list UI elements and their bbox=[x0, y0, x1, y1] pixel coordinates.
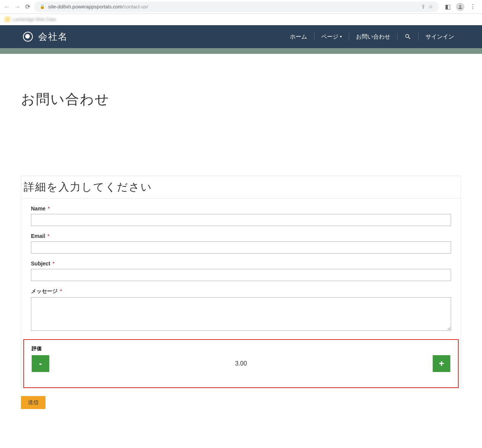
required-marker: * bbox=[52, 260, 54, 267]
bookmark-label: Lambridge Web Data bbox=[13, 17, 56, 22]
banner-band bbox=[0, 48, 482, 54]
page-title: お問い合わせ bbox=[21, 90, 461, 109]
url-path: /contact-us/ bbox=[122, 4, 148, 10]
nav-pages[interactable]: ページ ▾ bbox=[314, 33, 349, 40]
required-marker: * bbox=[60, 288, 62, 294]
submit-button[interactable]: 送信 bbox=[21, 396, 45, 409]
svg-point-0 bbox=[459, 5, 461, 7]
profile-avatar-icon[interactable] bbox=[456, 3, 464, 11]
brand[interactable]: 会社名 bbox=[23, 31, 68, 43]
form-panel-title: 詳細を入力してください bbox=[21, 176, 461, 199]
bookmark-favicon-icon bbox=[5, 16, 10, 22]
back-icon[interactable]: ← bbox=[4, 3, 10, 10]
nav-signin[interactable]: サインイン bbox=[418, 33, 461, 40]
chevron-down-icon: ▾ bbox=[340, 33, 342, 40]
field-subject: Subject * bbox=[31, 260, 451, 281]
share-icon[interactable]: ⇧ bbox=[421, 4, 425, 10]
field-email: Email * bbox=[31, 233, 451, 254]
page-content: お問い合わせ 詳細を入力してください Name * Email * Subje bbox=[0, 90, 482, 448]
rating-label: 評価 bbox=[32, 345, 450, 352]
bookmark-star-icon[interactable]: ☆ bbox=[429, 4, 433, 10]
label-name: Name bbox=[31, 205, 45, 212]
email-input[interactable] bbox=[31, 241, 451, 254]
name-input[interactable] bbox=[31, 214, 451, 226]
brand-logo-icon bbox=[23, 32, 33, 42]
nav-home[interactable]: ホーム bbox=[283, 33, 314, 40]
menu-icon[interactable]: ⋮ bbox=[470, 3, 476, 10]
nav-items: ホーム ページ ▾ お問い合わせ サインイン bbox=[283, 33, 461, 40]
brand-name: 会社名 bbox=[38, 31, 68, 43]
nav-search[interactable] bbox=[397, 33, 418, 40]
message-textarea[interactable] bbox=[31, 297, 451, 331]
lock-icon: 🔒 bbox=[40, 4, 45, 9]
form-panel: 詳細を入力してください Name * Email * Subject * bbox=[21, 176, 461, 388]
extensions-icon[interactable]: ◧ bbox=[445, 3, 451, 10]
address-bar[interactable]: 🔒 site-dd8xh.powerappsportals.com/contac… bbox=[34, 2, 439, 12]
rating-value: 3.00 bbox=[49, 360, 433, 367]
rating-plus-button[interactable]: + bbox=[433, 355, 450, 372]
field-message: メッセージ * bbox=[31, 288, 451, 332]
browser-toolbar: ← → ⟳ 🔒 site-dd8xh.powerappsportals.com/… bbox=[0, 0, 482, 14]
label-subject: Subject bbox=[31, 260, 50, 267]
nav-pages-label: ページ bbox=[321, 33, 338, 40]
label-email: Email bbox=[31, 233, 45, 239]
bookmark-item[interactable]: Lambridge Web Data bbox=[5, 16, 56, 22]
rating-section: 評価 - 3.00 + bbox=[23, 339, 459, 388]
url-host: site-dd8xh.powerappsportals.com bbox=[48, 4, 122, 10]
subject-input[interactable] bbox=[31, 269, 451, 281]
forward-icon[interactable]: → bbox=[15, 3, 21, 10]
required-marker: * bbox=[47, 233, 49, 239]
field-name: Name * bbox=[31, 205, 451, 226]
required-marker: * bbox=[48, 205, 50, 212]
search-icon bbox=[404, 33, 411, 40]
label-message: メッセージ bbox=[31, 288, 58, 294]
bookmarks-bar: Lambridge Web Data bbox=[0, 14, 482, 25]
reload-icon[interactable]: ⟳ bbox=[25, 3, 30, 10]
nav-contact[interactable]: お問い合わせ bbox=[349, 33, 397, 40]
site-header: 会社名 ホーム ページ ▾ お問い合わせ サインイン bbox=[0, 25, 482, 48]
rating-minus-button[interactable]: - bbox=[32, 355, 49, 372]
